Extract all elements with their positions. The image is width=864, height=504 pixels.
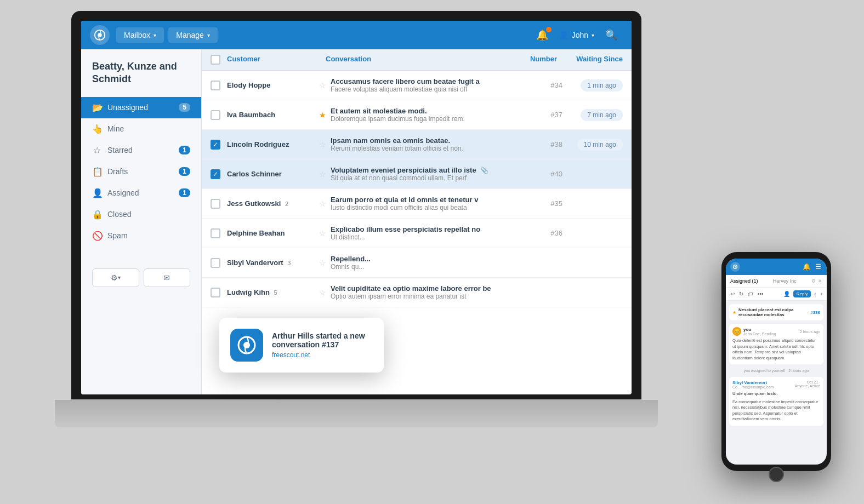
- phone-home-button[interactable]: [769, 467, 784, 482]
- prev-icon: ‹: [813, 290, 817, 298]
- row-checkbox[interactable]: [211, 228, 220, 238]
- star-icon[interactable]: ★: [319, 111, 326, 119]
- conv-preview: Ut distinct...: [331, 233, 524, 241]
- sidebar-item-spam[interactable]: 🚫 Spam: [81, 225, 201, 247]
- conv-body: Voluptatem eveniet perspiciatis aut illo…: [331, 166, 524, 182]
- row-checkbox[interactable]: [211, 110, 220, 120]
- lock-icon: 🔒: [92, 209, 102, 220]
- compose-icon: ✉: [163, 273, 170, 282]
- customer-name: Delphine Beahan: [227, 229, 315, 237]
- conv-preview: Sit quia at et non quasi commodi ullam. …: [331, 174, 524, 182]
- settings-button[interactable]: ⚙ ▾: [92, 268, 139, 287]
- customer-name: Sibyl Vandervort 3: [227, 259, 315, 267]
- customer-name: Iva Baumbach: [227, 111, 315, 119]
- conv-number: #37: [524, 111, 562, 119]
- phone-star-icon: ★: [732, 310, 736, 315]
- manage-menu[interactable]: Manage ▾: [168, 27, 218, 43]
- topnav: Mailbox ▾ Manage ▾ 🔔 👤: [81, 21, 632, 49]
- row-checkbox[interactable]: [211, 258, 220, 268]
- conv-body: Explicabo illum esse perspiciatis repell…: [331, 225, 524, 241]
- user-menu[interactable]: 👤 John ▾: [554, 27, 600, 43]
- table-row[interactable]: Iva Baumbach ★ Et autem sit molestiae mo…: [202, 100, 632, 130]
- logo[interactable]: [90, 25, 110, 45]
- table-row[interactable]: Sibyl Vandervort 3 ☆ Repellend... Omnis …: [202, 248, 632, 278]
- customer-name: Elody Hoppe: [227, 81, 315, 89]
- row-checkbox[interactable]: ✓: [211, 169, 220, 179]
- phone-toolbar: ↩ ↻ 🏷 ••• 👤 Reply ‹ ›: [726, 288, 827, 301]
- sidebar-item-assigned[interactable]: 👤 Assigned 1: [81, 182, 201, 204]
- conv-subject: Explicabo illum esse perspiciatis repell…: [331, 225, 524, 233]
- company-name: Beatty, Kunze and Schmidt: [81, 60, 201, 97]
- customer-name: Carlos Schinner: [227, 170, 315, 178]
- phone-message: 😊 you John Doe, Pending 2 hours ago Quia…: [729, 324, 823, 364]
- phone-sibyl-message: Sibyl Vandervort Co... me@example.com Oc…: [729, 377, 823, 426]
- user-icon: 👤: [559, 31, 569, 39]
- star-icon[interactable]: ☆: [319, 170, 326, 179]
- phone-screen: 🔔 ☰ Assigned (1) Harvey Inc ⚙ ✕ ↩ ↻ 🏷 ••…: [726, 259, 827, 465]
- reply-icon: ↩: [729, 290, 736, 298]
- star-icon[interactable]: ☆: [319, 140, 326, 149]
- number-col-header: Number: [513, 55, 557, 65]
- phone-event: you assigned to yourself 2 hours ago: [729, 368, 823, 374]
- sidebar-item-drafts[interactable]: 📋 Drafts 1: [81, 161, 201, 182]
- table-row[interactable]: ✓ Carlos Schinner ☆ Vo: [202, 159, 632, 189]
- compose-button[interactable]: ✉: [144, 268, 191, 287]
- sidebar-item-closed[interactable]: 🔒 Closed: [81, 204, 201, 225]
- customer-name: Lincoln Rodriguez: [227, 140, 315, 148]
- row-checkbox[interactable]: [211, 199, 220, 209]
- table-row[interactable]: Elody Hoppe ☆ Accusamus facere libero cu…: [202, 71, 632, 100]
- notifications-button[interactable]: 🔔: [531, 26, 554, 44]
- customer-name: Ludwig Kihn 5: [227, 288, 315, 296]
- select-all-checkbox[interactable]: [211, 55, 220, 65]
- star-icon[interactable]: ☆: [319, 229, 326, 238]
- table-row[interactable]: Jess Gutkowski 2 ☆ Earum porro et quia e…: [202, 189, 632, 219]
- search-button[interactable]: 🔍: [600, 26, 623, 44]
- star-icon[interactable]: ☆: [319, 259, 326, 267]
- close-icon: ✕: [818, 278, 822, 284]
- notification-url: freescout.net: [272, 351, 373, 359]
- next-icon: ›: [820, 290, 823, 298]
- chevron-down-icon: ▾: [118, 274, 121, 280]
- draft-icon: 📋: [92, 167, 102, 177]
- star-icon[interactable]: ☆: [319, 288, 326, 297]
- row-checkbox[interactable]: [211, 81, 220, 90]
- phone-conversation: ★ Nesciunt placeat est culpa recusandae …: [726, 301, 827, 465]
- reply-btn[interactable]: Reply: [793, 290, 811, 297]
- conv-preview: Omnis qu...: [331, 263, 524, 271]
- star-icon[interactable]: ☆: [319, 199, 326, 208]
- conv-body: Velit cupiditate ea optio maxime labore …: [331, 284, 524, 300]
- conv-body: Earum porro et quia et id omnis et tenet…: [331, 196, 524, 211]
- star-icon[interactable]: ☆: [319, 81, 326, 90]
- row-checkbox[interactable]: ✓: [211, 140, 220, 150]
- conv-preview: Rerum molestias veniam totam officiis et…: [331, 145, 524, 152]
- conv-number: #34: [524, 81, 562, 89]
- phone-assigned-bar: Assigned (1) Harvey Inc ⚙ ✕: [726, 275, 827, 288]
- notification-badge: [546, 27, 552, 32]
- person-icon: 👤: [782, 290, 791, 298]
- conv-number: #35: [524, 199, 562, 208]
- mailbox-menu[interactable]: Mailbox ▾: [116, 27, 164, 43]
- waiting-badge: 10 min ago: [577, 139, 623, 151]
- row-checkbox[interactable]: [211, 288, 220, 297]
- refresh-icon: ↻: [738, 290, 744, 298]
- notification-app-icon: [230, 329, 263, 362]
- table-row[interactable]: Ludwig Kihn 5 ☆ Velit cupiditate ea opti…: [202, 278, 632, 307]
- waiting-badge: 1 min ago: [581, 79, 623, 91]
- waiting-badge: 7 min ago: [581, 109, 623, 121]
- conv-number: #36: [524, 229, 562, 237]
- phone-conv-header: ★ Nesciunt placeat est culpa recusandae …: [729, 304, 823, 320]
- conv-subject: Et autem sit molestiae modi.: [331, 107, 524, 115]
- phone-avatar: 😊: [732, 327, 741, 336]
- table-row[interactable]: ✓ Lincoln Rodriguez ☆ Ipsam nam omnis ea…: [202, 130, 632, 159]
- conv-number: #40: [524, 170, 562, 178]
- phone-company: Harvey Inc: [773, 278, 797, 284]
- sidebar-item-starred[interactable]: ☆ Starred 1: [81, 140, 201, 161]
- sidebar: Beatty, Kunze and Schmidt 📂 Unassigned 5…: [81, 49, 202, 394]
- assigned-label: Assigned (1): [730, 278, 758, 284]
- table-row[interactable]: Delphine Beahan ☆ Explicabo illum esse p…: [202, 219, 632, 248]
- notification-popup: Arthur Hills started a new conversation …: [219, 318, 384, 373]
- conv-body: Et autem sit molestiae modi. Doloremque …: [331, 107, 524, 123]
- sidebar-item-mine[interactable]: 👆 Mine: [81, 118, 201, 140]
- sidebar-item-unassigned[interactable]: 📂 Unassigned 5: [81, 97, 201, 118]
- person-icon: 👤: [92, 188, 102, 198]
